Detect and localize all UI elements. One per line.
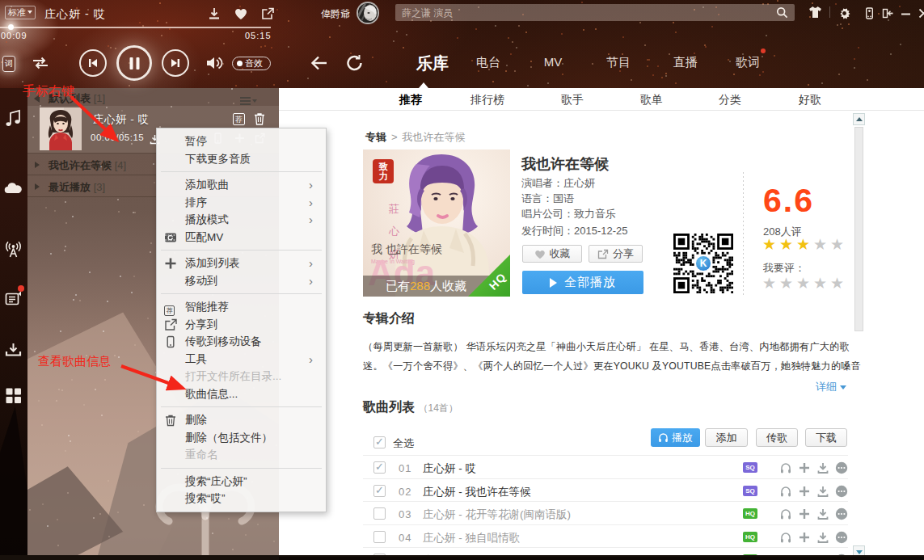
subnav-categories[interactable]: 分类 xyxy=(719,93,741,107)
download-manager-icon[interactable] xyxy=(3,340,23,360)
row-checkbox[interactable] xyxy=(373,531,386,543)
expand-arrow-icon[interactable] xyxy=(35,162,40,168)
subnav-ranking[interactable]: 排行榜 xyxy=(470,93,504,107)
row-song-name[interactable]: 庄心妍 - 花开等花谢(闽南语版) xyxy=(423,507,571,522)
download-song-icon[interactable] xyxy=(207,6,222,21)
menu-item-add-to-list[interactable]: 添加到列表 xyxy=(157,255,326,272)
playlist-menu-icon[interactable] xyxy=(239,95,257,104)
scrollbar-up-button[interactable] xyxy=(853,113,865,125)
menu-item-delete[interactable]: 删除 xyxy=(157,411,326,429)
download-icon[interactable] xyxy=(816,485,829,498)
menu-item-delete-with-file[interactable]: 删除（包括文件） xyxy=(157,429,326,447)
menu-item-match-mv[interactable]: 匹配MV xyxy=(157,229,326,246)
share-song-icon[interactable] xyxy=(260,6,275,21)
list-play-button[interactable]: 播放 xyxy=(651,428,700,447)
add-icon[interactable] xyxy=(798,531,811,544)
tab-music-library[interactable]: 乐库 xyxy=(416,53,449,74)
scrollbar-thumb[interactable] xyxy=(854,127,863,331)
more-icon[interactable] xyxy=(835,461,848,474)
row-checkbox[interactable] xyxy=(373,485,386,497)
ktv-icon[interactable] xyxy=(3,289,23,309)
play-all-button[interactable]: 全部播放 xyxy=(522,271,643,294)
more-icon[interactable] xyxy=(835,485,848,498)
mini-mode-icon[interactable] xyxy=(882,7,894,19)
menu-item-play-mode[interactable]: 播放模式 xyxy=(157,211,326,229)
album-cover[interactable]: 致 力 莊 心 妍 我 也許在等候 Maybe In Waiting Ada 已… xyxy=(363,149,510,297)
desktop-lyrics-toggle[interactable]: 词 xyxy=(2,56,15,72)
subnav-singers[interactable]: 歌手 xyxy=(561,93,584,107)
select-all-checkbox[interactable] xyxy=(373,436,386,448)
average-rating-stars[interactable]: ★★★★★ xyxy=(762,237,847,253)
settings-gear-icon[interactable] xyxy=(838,7,850,19)
list-add-button[interactable]: 添加 xyxy=(705,428,748,447)
row-checkbox[interactable] xyxy=(373,507,386,520)
list-download-button[interactable]: 下载 xyxy=(805,428,847,447)
add-icon[interactable] xyxy=(798,461,811,474)
menu-item-song-info[interactable]: 歌曲信息... xyxy=(157,385,326,403)
volume-icon[interactable] xyxy=(205,56,223,70)
search-icon[interactable] xyxy=(776,6,788,19)
menu-item-tools[interactable]: 工具 xyxy=(157,351,326,368)
menu-item-share-to[interactable]: 分享到 xyxy=(157,316,326,334)
menu-item-smart-recommend[interactable]: 荐智能推荐 xyxy=(157,298,326,316)
minimize-icon[interactable] xyxy=(900,7,912,19)
next-button[interactable] xyxy=(162,49,189,77)
subnav-songlists[interactable]: 歌单 xyxy=(640,93,663,107)
listen-icon[interactable] xyxy=(779,507,792,520)
nav-refresh-icon[interactable] xyxy=(346,54,363,72)
tab-radio[interactable]: 电台 xyxy=(476,55,500,70)
menu-item-move-to[interactable]: 移动到 xyxy=(157,272,326,290)
row-checkbox[interactable] xyxy=(373,461,386,474)
listen-icon[interactable] xyxy=(779,531,792,544)
expand-arrow-icon[interactable] xyxy=(35,183,40,190)
menu-item-search-song[interactable]: 搜索“哎” xyxy=(157,490,326,507)
music-note-icon[interactable] xyxy=(3,108,23,128)
listen-icon[interactable] xyxy=(779,461,792,474)
play-mode-icon[interactable] xyxy=(31,56,50,70)
tab-lyrics[interactable]: 歌词 xyxy=(736,55,760,70)
add-icon[interactable] xyxy=(798,485,811,498)
more-icon[interactable] xyxy=(835,531,848,544)
more-icon[interactable] xyxy=(835,507,848,520)
user-avatar[interactable] xyxy=(357,2,379,24)
cloud-icon[interactable] xyxy=(3,179,23,199)
row-song-name[interactable]: 庄心妍 - 哎 xyxy=(423,461,476,476)
quality-selector[interactable]: 标准 xyxy=(5,6,36,19)
download-icon[interactable] xyxy=(816,507,829,520)
subnav-recommend[interactable]: 推荐 xyxy=(399,93,422,107)
skin-icon[interactable] xyxy=(808,6,822,19)
row-song-name[interactable]: 庄心妍 - 独自唱情歌 xyxy=(423,531,520,545)
download-icon[interactable] xyxy=(816,531,829,544)
share-button[interactable]: 分享 xyxy=(589,245,643,263)
my-rating-stars[interactable]: ★★★★★ xyxy=(762,276,847,292)
radio-icon[interactable] xyxy=(3,239,23,259)
add-icon[interactable] xyxy=(798,507,811,520)
detail-link[interactable]: 详细 xyxy=(796,380,846,394)
nav-back-icon[interactable] xyxy=(310,54,328,72)
close-icon[interactable] xyxy=(918,7,924,19)
search-input[interactable] xyxy=(402,4,757,21)
song-row[interactable]: 04 庄心妍 - 独自唱情歌 HQ xyxy=(363,524,848,548)
tab-mv[interactable]: MV xyxy=(544,55,563,69)
menu-item-add-songs[interactable]: 添加歌曲 xyxy=(157,176,326,194)
menu-item-download-quality[interactable]: 下载更多音质 xyxy=(157,150,326,168)
menu-item-search-artist[interactable]: 搜索“庄心妍” xyxy=(157,473,326,491)
download-icon[interactable] xyxy=(816,461,829,474)
song-row[interactable]: 01 庄心妍 - 哎 SQ xyxy=(363,455,848,478)
tab-shows[interactable]: 节目 xyxy=(606,55,631,70)
subnav-goodsongs[interactable]: 好歌 xyxy=(799,93,821,107)
row-song-name[interactable]: 庄心妍 - 我也许在等候 xyxy=(423,485,531,499)
menu-item-sort[interactable]: 排序 xyxy=(157,194,326,212)
collapse-arrow-icon[interactable] xyxy=(34,95,40,103)
favorite-heart-icon[interactable] xyxy=(234,6,248,21)
menu-item-pause[interactable]: 暂停 xyxy=(157,133,326,150)
username[interactable]: 偉爵爺 xyxy=(321,7,350,21)
recommend-badge-icon[interactable]: 荐 xyxy=(233,113,245,125)
sound-effect-button[interactable]: 音效 xyxy=(232,57,271,70)
progress-bar[interactable] xyxy=(0,27,271,28)
song-row[interactable]: 03 庄心妍 - 花开等花谢(闽南语版) HQ xyxy=(363,501,848,524)
breadcrumb-root[interactable]: 专辑 xyxy=(365,131,386,143)
previous-button[interactable] xyxy=(79,49,107,77)
trash-icon[interactable] xyxy=(254,112,265,125)
song-row[interactable]: 02 庄心妍 - 我也许在等候 SQ xyxy=(363,478,848,502)
